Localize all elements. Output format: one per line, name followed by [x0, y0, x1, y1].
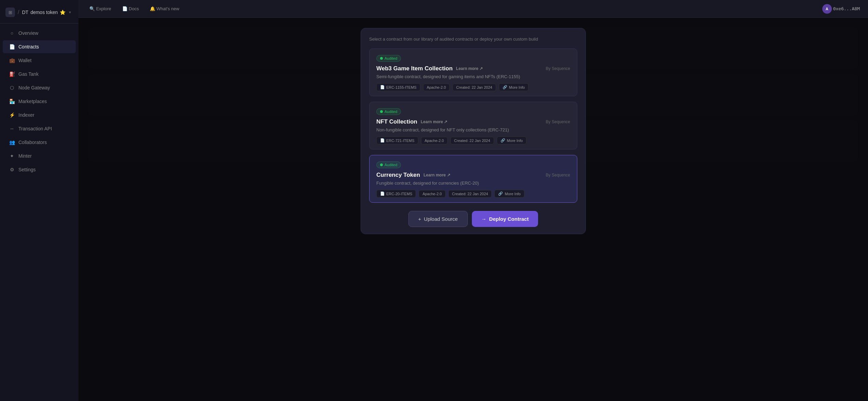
- audited-dot-icon-2: [380, 110, 383, 113]
- sidebar-item-minter[interactable]: ✦ Minter: [3, 149, 76, 162]
- learn-more-label-2: Learn more: [421, 119, 443, 124]
- breadcrumb-slash: /: [18, 9, 19, 15]
- deploy-icon: →: [481, 216, 487, 222]
- sidebar-item-contracts[interactable]: 📄 Contracts: [3, 40, 76, 53]
- sidebar-item-label: Overview: [18, 30, 38, 36]
- explore-button[interactable]: 🔍 Explore: [87, 5, 114, 13]
- upload-icon: +: [418, 216, 421, 222]
- sidebar-item-label: Collaborators: [18, 140, 47, 145]
- deploy-contract-button[interactable]: → Deploy Contract: [472, 211, 538, 227]
- audited-dot-icon-3: [380, 163, 383, 166]
- card-title-row-3: Currency Token Learn more ↗ By Sequence: [376, 172, 570, 178]
- wallet-icon: 💼: [9, 57, 15, 63]
- card-description-1: Semi-fungible contract, designed for gam…: [376, 74, 570, 79]
- learn-more-link-2[interactable]: Learn more ↗: [421, 119, 447, 124]
- sidebar-item-label: Node Gateway: [18, 85, 50, 90]
- card-title-row-1: Web3 Game Item Collection Learn more ↗ B…: [376, 65, 570, 72]
- audited-label-1: Audited: [385, 56, 397, 60]
- tags-row-1: 📄 ERC-1155-ITEMS Apache-2.0 Created: 22 …: [376, 83, 570, 91]
- settings-icon: ⚙: [9, 167, 15, 173]
- contract-name-1: Web3 Game Item Collection: [376, 65, 453, 72]
- modal-subtitle: Select a contract from our library of au…: [369, 37, 577, 42]
- learn-more-link-1[interactable]: Learn more ↗: [456, 66, 483, 71]
- more-info-button-3[interactable]: 🔗 More Info: [494, 190, 524, 198]
- sidebar: ⊞ / DT demos token ⭐ ▾ ○ Overview 📄 Cont…: [0, 0, 78, 401]
- sidebar-item-label: Indexer: [18, 112, 34, 118]
- indexer-icon: ⚡: [9, 112, 15, 118]
- card-description-2: Non-fungible contract, designed for NFT …: [376, 127, 570, 132]
- card-title-3: Currency Token Learn more ↗: [376, 172, 450, 178]
- learn-more-label-3: Learn more: [423, 173, 446, 177]
- sidebar-item-gas-tank[interactable]: ⛽ Gas Tank: [3, 68, 76, 81]
- more-info-button-2[interactable]: 🔗 More Info: [497, 137, 526, 144]
- link-icon-2: 🔗: [501, 138, 505, 143]
- learn-more-link-3[interactable]: Learn more ↗: [423, 173, 450, 177]
- sidebar-item-label: Wallet: [18, 58, 31, 63]
- sidebar-item-label: Gas Tank: [18, 71, 39, 77]
- project-selector[interactable]: DT demos token ⭐ ▾: [22, 10, 71, 15]
- whats-new-label: What's new: [157, 6, 179, 11]
- topbar-left: 🔍 Explore 📄 Docs 🔔 What's new: [87, 5, 182, 13]
- sidebar-item-node-gateway[interactable]: ⬡ Node Gateway: [3, 81, 76, 94]
- by-sequence-3: By Sequence: [546, 173, 570, 177]
- sidebar-item-settings[interactable]: ⚙ Settings: [3, 163, 76, 176]
- topbar-right: A 0xe6...A8M: [822, 4, 860, 14]
- docs-icon: 📄: [122, 6, 128, 11]
- erc-tag-label-3: ERC-20-ITEMS: [386, 192, 412, 196]
- erc-tag-label-2: ERC-721-ITEMS: [386, 139, 415, 143]
- audited-label-2: Audited: [385, 110, 397, 114]
- by-sequence-1: By Sequence: [546, 66, 570, 71]
- gas-tank-icon: ⛽: [9, 71, 15, 77]
- app-logo-icon: ⊞: [5, 8, 15, 17]
- contract-card-currency-token[interactable]: Audited Currency Token Learn more ↗ By S…: [369, 155, 577, 203]
- sidebar-item-collaborators[interactable]: 👥 Collaborators: [3, 136, 76, 149]
- erc-tag-1: 📄 ERC-1155-ITEMS: [376, 83, 420, 91]
- date-tag-label-2: Created: 22 Jan 2024: [454, 139, 490, 143]
- more-info-button-1[interactable]: 🔗 More Info: [499, 83, 529, 91]
- date-tag-2: Created: 22 Jan 2024: [450, 137, 494, 144]
- wallet-address-button[interactable]: A 0xe6...A8M: [822, 4, 860, 14]
- license-tag-label-3: Apache-2.0: [422, 192, 442, 196]
- more-info-label-1: More Info: [509, 85, 525, 89]
- contract-card-nft-collection[interactable]: Audited NFT Collection Learn more ↗ By S…: [369, 102, 577, 149]
- date-tag-3: Created: 22 Jan 2024: [448, 190, 492, 198]
- overview-icon: ○: [9, 30, 15, 36]
- link-icon-3: 🔗: [498, 191, 503, 196]
- star-icon: ⭐: [60, 10, 66, 15]
- contract-name-2: NFT Collection: [376, 118, 417, 125]
- erc-tag-2: 📄 ERC-721-ITEMS: [376, 137, 418, 144]
- license-tag-label-2: Apache-2.0: [425, 139, 444, 143]
- sidebar-item-wallet[interactable]: 💼 Wallet: [3, 54, 76, 67]
- contracts-icon: 📄: [9, 44, 15, 50]
- main-area: 🔍 Explore 📄 Docs 🔔 What's new A 0xe6...A…: [78, 0, 868, 401]
- audited-badge-3: Audited: [376, 161, 401, 168]
- sidebar-item-label: Minter: [18, 153, 32, 159]
- file-icon-1: 📄: [380, 85, 385, 89]
- erc-tag-3: 📄 ERC-20-ITEMS: [376, 190, 416, 198]
- license-tag-1: Apache-2.0: [423, 84, 450, 91]
- audited-badge-2: Audited: [376, 108, 401, 115]
- modal-backdrop[interactable]: Select a contract from our library of au…: [78, 18, 868, 401]
- sidebar-item-label: Marketplaces: [18, 99, 47, 104]
- sidebar-item-overview[interactable]: ○ Overview: [3, 27, 76, 40]
- project-initials: DT: [22, 10, 28, 15]
- license-tag-3: Apache-2.0: [419, 190, 445, 198]
- explore-icon: 🔍: [89, 6, 95, 11]
- contract-card-web3-game-item[interactable]: Audited Web3 Game Item Collection Learn …: [369, 48, 577, 96]
- external-link-icon-1: ↗: [479, 66, 483, 71]
- learn-more-label-1: Learn more: [456, 66, 478, 71]
- link-icon-1: 🔗: [503, 85, 507, 89]
- docs-button[interactable]: 📄 Docs: [119, 5, 142, 13]
- topbar: 🔍 Explore 📄 Docs 🔔 What's new A 0xe6...A…: [78, 0, 868, 18]
- sidebar-item-label: Transaction API: [18, 126, 52, 131]
- audited-dot-icon: [380, 57, 383, 60]
- wallet-address: 0xe6...A8M: [833, 6, 860, 11]
- more-info-label-3: More Info: [505, 192, 520, 196]
- upload-source-button[interactable]: + Upload Source: [408, 211, 468, 227]
- tags-row-3: 📄 ERC-20-ITEMS Apache-2.0 Created: 22 Ja…: [376, 190, 570, 198]
- whats-new-button[interactable]: 🔔 What's new: [147, 5, 182, 13]
- sidebar-item-indexer[interactable]: ⚡ Indexer: [3, 109, 76, 121]
- sidebar-item-transaction-api[interactable]: ↔ Transaction API: [3, 122, 76, 135]
- sidebar-item-marketplaces[interactable]: 🏪 Marketplaces: [3, 95, 76, 108]
- audited-badge-1: Audited: [376, 55, 401, 62]
